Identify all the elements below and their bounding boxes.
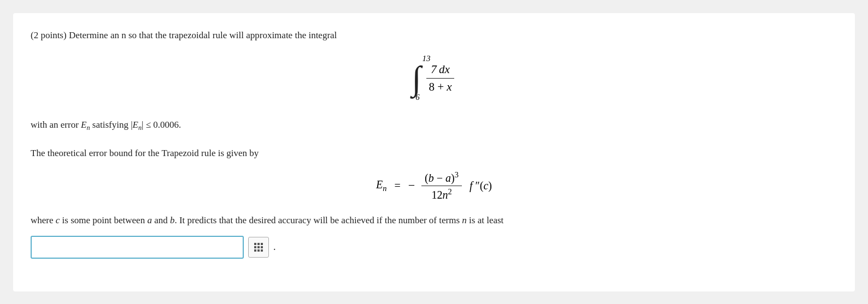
integral-upper-limit: 13 [422,54,430,63]
svg-rect-3 [254,246,256,248]
answer-input[interactable] [31,236,244,259]
integral-numerator: 7 dx [426,63,454,79]
theoretical-text: The theoretical error bound for the Trap… [31,148,259,158]
formula-equals: = [394,180,400,192]
integral-symbol: ∫ [412,61,421,95]
integral-container: 13 ∫ 6 7 dx 8 + x [31,52,837,104]
svg-rect-5 [261,246,263,248]
where-line: where c is some point between a and b. I… [31,213,837,228]
svg-rect-4 [257,246,260,248]
theoretical-line: The theoretical error bound for the Trap… [31,146,837,160]
input-row: . [31,236,837,259]
formula-minus: − [408,178,415,193]
grid-button[interactable] [248,237,269,258]
formula-container: En = − (b − a)3 12n2 f ″(c) [31,170,837,201]
integral-denominator: 8 + x [424,79,456,94]
question-header: (2 points) Determine an n so that the tr… [31,28,837,43]
main-card: (2 points) Determine an n so that the tr… [13,13,855,291]
integral-fraction: 7 dx 8 + x [424,63,456,94]
integral-expression: 13 ∫ 6 7 dx 8 + x [412,52,456,104]
svg-rect-8 [261,249,263,252]
period-dot: . [273,241,276,253]
svg-rect-6 [254,249,256,252]
formula-lhs: En [376,178,386,193]
svg-rect-2 [261,243,263,245]
formula-fraction: (b − a)3 12n2 [421,170,462,201]
grid-icon [254,242,263,252]
svg-rect-0 [254,243,256,245]
formula-numerator: (b − a)3 [421,170,462,186]
header-text: (2 points) Determine an n so that the tr… [31,30,337,40]
formula-rhs: f ″(c) [470,180,492,192]
integral-lower-limit: 6 [415,93,420,102]
formula-denominator: 12n2 [428,186,455,201]
svg-rect-7 [257,249,260,252]
error-line: with an error En satisfying |En| ≤ 0.000… [31,117,837,134]
svg-rect-1 [257,243,260,245]
formula-expression: En = − (b − a)3 12n2 f ″(c) [376,170,492,201]
